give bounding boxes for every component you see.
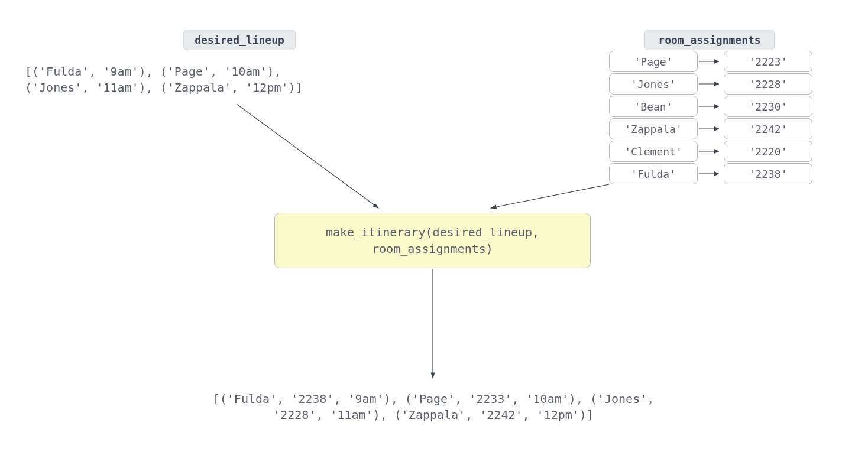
- label-room-assignments: room_assignments: [644, 30, 775, 50]
- map-key: 'Fulda': [609, 163, 698, 184]
- label-desired-lineup: desired_lineup: [183, 30, 296, 50]
- map-value: '2228': [724, 73, 812, 95]
- map-arrow-spacer: [698, 163, 724, 184]
- output-line-2: '2228', '11am'), ('Zappala', '2242', '12…: [135, 407, 732, 423]
- arrow-lineup-to-func: [237, 104, 378, 208]
- room-assignments-map: 'Page''2223''Jones''2228''Bean''2230''Za…: [609, 51, 812, 186]
- map-arrow-spacer: [698, 118, 724, 139]
- map-value: '2242': [724, 118, 812, 139]
- map-row: 'Fulda''2238': [609, 163, 812, 184]
- map-arrow-spacer: [698, 141, 724, 162]
- output-code: [('Fulda', '2238', '9am'), ('Page', '223…: [135, 391, 732, 423]
- desired-lineup-code: [('Fulda', '9am'), ('Page', '10am'), ('J…: [25, 64, 303, 96]
- map-row: 'Clement''2220': [609, 141, 812, 162]
- map-key: 'Clement': [609, 141, 698, 162]
- map-key: 'Page': [609, 51, 698, 72]
- output-line-1: [('Fulda', '2238', '9am'), ('Page', '223…: [135, 391, 732, 407]
- map-row: 'Bean''2230': [609, 96, 812, 117]
- diagram-canvas: desired_lineup [('Fulda', '9am'), ('Page…: [0, 0, 868, 455]
- map-value: '2223': [724, 51, 812, 72]
- arrow-rooms-to-func: [491, 184, 609, 208]
- function-call-box: make_itinerary(desired_lineup, room_assi…: [274, 213, 591, 268]
- map-value: '2230': [724, 96, 812, 117]
- function-call-text: make_itinerary(desired_lineup, room_assi…: [326, 225, 539, 256]
- map-arrow-spacer: [698, 73, 724, 95]
- map-key: 'Bean': [609, 96, 698, 117]
- map-key: 'Zappala': [609, 118, 698, 139]
- map-arrow-spacer: [698, 96, 724, 117]
- map-key: 'Jones': [609, 73, 698, 95]
- map-value: '2220': [724, 141, 812, 162]
- map-arrow-spacer: [698, 51, 724, 72]
- map-row: 'Zappala''2242': [609, 118, 812, 139]
- map-row: 'Jones''2228': [609, 73, 812, 95]
- map-row: 'Page''2223': [609, 51, 812, 72]
- map-value: '2238': [724, 163, 812, 184]
